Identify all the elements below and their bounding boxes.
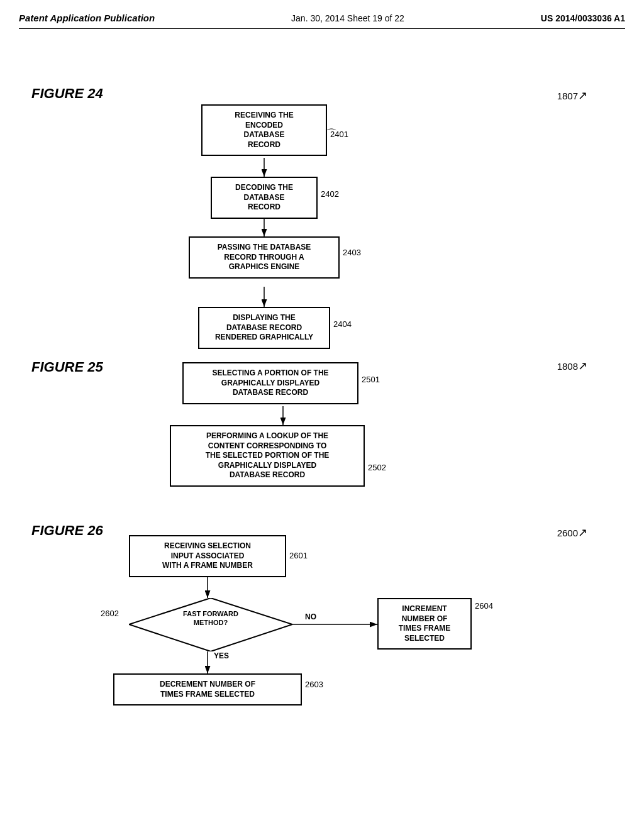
ref-2404: 2404 [333,319,352,329]
box-2401: RECEIVING THE ENCODED DATABASE RECORD [201,104,327,156]
publication-label: Patent Application Publication [19,13,155,23]
ref-2403: 2403 [343,248,361,257]
ref-1807: 1807↗ [557,89,587,102]
date-sheet-label: Jan. 30, 2014 Sheet 19 of 22 [291,13,404,23]
box-2603: DECREMENT NUMBER OF TIMES FRAME SELECTED [113,673,302,706]
page: Patent Application Publication Jan. 30, … [0,0,644,830]
box-2404: DISPLAYING THE DATABASE RECORD RENDERED … [198,307,330,349]
patent-number-label: US 2014/0033036 A1 [541,13,625,23]
yes-label: YES [214,651,229,660]
figure26-label: FIGURE 26 [31,523,103,539]
diamond-text-2602: FAST FORWARD METHOD? [167,609,255,628]
box-2402: DECODING THE DATABASE RECORD [211,177,318,219]
box-2502: PERFORMING A LOOKUP OF THE CONTENT CORRE… [170,425,365,487]
ref-2502: 2502 [368,463,386,472]
ref-2600: 2600↗ [557,526,587,540]
box-2403: PASSING THE DATABASE RECORD THROUGH A GR… [189,236,340,279]
ref-1808: 1808↗ [557,359,587,373]
box-2604: INCREMENT NUMBER OF TIMES FRAME SELECTED [377,598,472,650]
content-area: FIGURE 24 RECEIVING THE ENCODED DATABASE… [19,48,625,802]
ref-2402: 2402 [321,189,339,199]
diamond-2602: FAST FORWARD METHOD? [129,598,292,651]
ref-2603: 2603 [305,680,323,689]
ref-marker-2401: ⌒ [326,126,337,141]
page-header: Patent Application Publication Jan. 30, … [19,13,625,29]
box-2501: SELECTING A PORTION OF THE GRAPHICALLY D… [182,362,358,404]
ref-2602: 2602 [101,609,119,618]
no-label: NO [305,612,316,621]
ref-2601: 2601 [289,551,308,560]
figure25-label: FIGURE 25 [31,359,103,375]
figure24-label: FIGURE 24 [31,86,103,102]
box-2601: RECEIVING SELECTION INPUT ASSOCIATED WIT… [129,535,286,577]
ref-2604: 2604 [475,601,493,611]
ref-2501: 2501 [362,375,380,384]
